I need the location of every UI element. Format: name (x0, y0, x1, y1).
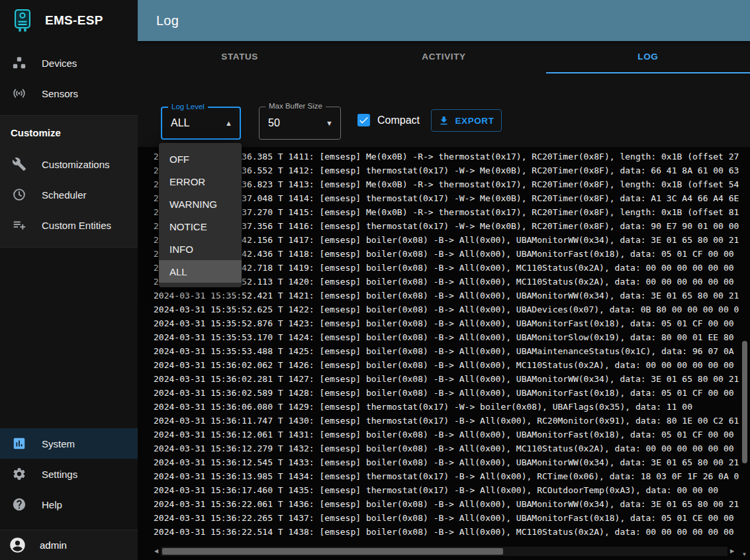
compact-checkbox[interactable]: Compact (357, 114, 420, 126)
tab-log[interactable]: LOG (546, 41, 750, 73)
menu-item-off[interactable]: OFF (159, 148, 242, 170)
tab-activity[interactable]: ACTIVITY (342, 41, 545, 73)
log-line: 2024-03-31 15:35:53.170 T 1424: [emsesp]… (154, 330, 739, 344)
sidebar-item-devices[interactable]: Devices (0, 48, 138, 78)
menu-item-warning[interactable]: WARNING (159, 193, 242, 215)
sidebar-item-scheduler[interactable]: Scheduler (0, 179, 138, 210)
log-line: 2024-03-31 15:36:02.281 T 1427: [emsesp]… (154, 372, 739, 386)
log-line: 2024-03-31 15:35:53.488 T 1425: [emsesp]… (154, 344, 739, 358)
sidebar-header: EMS-ESP (0, 0, 138, 41)
chevron-up-icon: ▲ (225, 119, 232, 127)
horizontal-scrollbar: ◀ ▶ (152, 546, 737, 557)
compact-label: Compact (377, 115, 420, 126)
username: admin (40, 539, 67, 551)
bar-chart-icon (11, 436, 27, 451)
sidebar-nav-bottom: System Settings Help (0, 428, 138, 520)
customize-section-label: Customize (0, 116, 138, 149)
gear-icon (11, 466, 27, 482)
log-line: 2024-03-31 15:36:02.589 T 1428: [emsesp]… (154, 386, 739, 400)
sidebar-item-sensors[interactable]: Sensors (0, 78, 138, 109)
max-buffer-select-value: 50 (268, 117, 280, 129)
help-icon (11, 496, 27, 512)
customize-section: Customize Customizations Scheduler Custo… (0, 115, 138, 248)
vertical-scrollbar: ▼ (739, 147, 750, 560)
sidebar-item-label: Settings (42, 469, 77, 480)
log-level-select-value: ALL (171, 117, 189, 129)
sidebar-item-customizations[interactable]: Customizations (0, 149, 138, 179)
sidebar: EMS-ESP Devices Sensors Customize (0, 0, 138, 560)
menu-item-notice[interactable]: NOTICE (159, 215, 242, 238)
log-line: 2024-03-31 15:36:17.460 T 1435: [emsesp]… (154, 483, 739, 497)
emsesp-logo-icon (11, 7, 34, 34)
user-row[interactable]: admin (0, 530, 138, 560)
app-title: EMS-ESP (45, 13, 103, 28)
page-title: Log (156, 13, 179, 28)
menu-item-all[interactable]: ALL (159, 260, 242, 283)
sidebar-item-settings[interactable]: Settings (0, 459, 138, 489)
log-line: 2024-03-31 15:36:22.265 T 1437: [emsesp]… (154, 511, 739, 525)
sidebar-item-label: Devices (42, 58, 77, 69)
log-line: 2024-03-31 15:35:52.625 T 1422: [emsesp]… (154, 303, 739, 316)
log-line: 2024-03-31 15:36:12.545 T 1433: [emsesp]… (154, 455, 739, 469)
log-line: 2024-03-31 15:36:11.747 T 1430: [emsesp]… (154, 414, 739, 428)
checkbox-checked-icon (357, 114, 370, 126)
sidebar-item-help[interactable]: Help (0, 489, 138, 520)
menu-item-error[interactable]: ERROR (159, 170, 242, 193)
export-button[interactable]: EXPORT (431, 109, 502, 132)
horizontal-scroll-thumb[interactable] (162, 548, 503, 555)
log-line: 2024-03-31 15:36:02.062 T 1426: [emsesp]… (154, 358, 739, 372)
emsesp-app-screen: EMS-ESP Devices Sensors Customize (0, 0, 750, 560)
topbar: Log (138, 0, 750, 41)
horizontal-scroll-track[interactable] (161, 547, 727, 556)
max-buffer-select[interactable]: Max Buffer Size 50 ▼ (259, 107, 341, 140)
log-level-menu: OFF ERROR WARNING NOTICE INFO ALL (159, 143, 242, 287)
wrench-icon (11, 156, 27, 172)
log-line: 2024-03-31 15:36:22.061 T 1436: [emsesp]… (154, 497, 739, 511)
tab-status[interactable]: STATUS (138, 41, 342, 73)
vertical-scroll-thumb[interactable] (742, 341, 747, 463)
sidebar-item-system[interactable]: System (0, 428, 138, 459)
sidebar-item-custom-entities[interactable]: Custom Entities (0, 210, 138, 240)
log-line: 2024-03-31 15:36:06.080 T 1429: [emsesp]… (154, 400, 739, 414)
sidebar-item-label: Custom Entities (42, 220, 111, 231)
playlist-add-icon (11, 217, 27, 233)
log-line: 2024-03-31 15:36:13.985 T 1434: [emsesp]… (154, 469, 739, 483)
sidebar-nav-main: Devices Sensors (0, 48, 138, 109)
sidebar-item-label: Help (42, 499, 62, 510)
log-level-select[interactable]: Log Level ALL ▲ (161, 107, 241, 140)
log-line: 2024-03-31 15:36:22.514 T 1438: [emsesp]… (154, 525, 739, 539)
export-label: EXPORT (455, 116, 494, 126)
sensors-icon (11, 85, 27, 101)
log-line: 2024-03-31 15:36:12.061 T 1431: [emsesp]… (154, 428, 739, 442)
log-line: 2024-03-31 15:35:52.876 T 1423: [emsesp]… (154, 316, 739, 330)
sidebar-item-label: System (42, 438, 75, 449)
chevron-down-icon: ▼ (326, 119, 333, 127)
download-icon (438, 115, 449, 126)
menu-item-info[interactable]: INFO (159, 238, 242, 260)
scroll-down-arrow-icon[interactable]: ▼ (739, 551, 750, 557)
log-line: 2024-03-31 15:36:12.279 T 1432: [emsesp]… (154, 442, 739, 455)
log-line: 2024-03-31 15:35:52.421 T 1421: [emsesp]… (154, 289, 739, 303)
tab-bar: STATUS ACTIVITY LOG (138, 41, 750, 73)
sidebar-item-label: Customizations (42, 159, 110, 170)
log-level-select-label: Log Level (168, 103, 208, 111)
max-buffer-select-label: Max Buffer Size (265, 102, 326, 110)
sidebar-item-label: Sensors (42, 88, 78, 99)
clock-icon (11, 187, 27, 203)
avatar-icon (9, 536, 26, 554)
scroll-left-arrow-icon[interactable]: ◀ (152, 546, 161, 557)
devices-icon (11, 55, 27, 71)
scroll-right-arrow-icon[interactable]: ▶ (727, 546, 737, 557)
sidebar-item-label: Scheduler (42, 189, 87, 201)
